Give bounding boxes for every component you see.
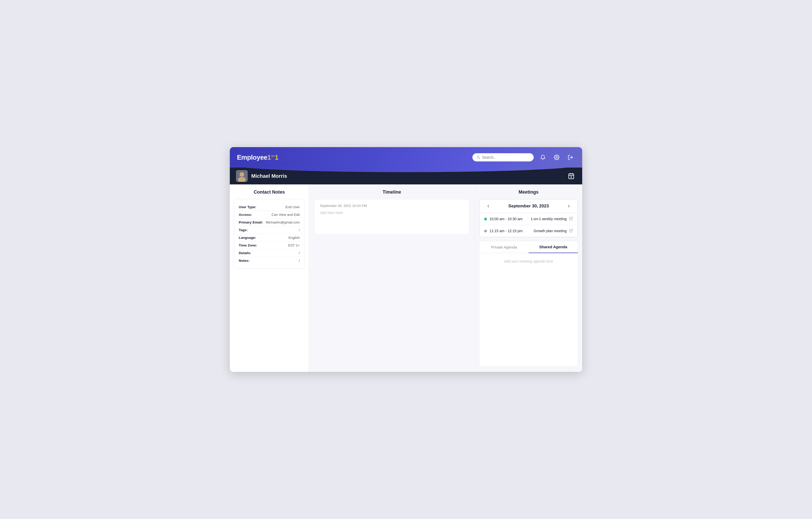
search-icon <box>476 155 480 160</box>
app-window: Employee1on1 <box>230 147 582 372</box>
meetings-column: Meetings September 30, 2023 <box>475 184 582 372</box>
search-input[interactable] <box>482 155 530 160</box>
top-nav: Employee1on1 <box>230 147 582 168</box>
agenda-card: Private Agenda Shared Agenda Add your me… <box>479 241 578 367</box>
tags-value: / <box>299 228 300 232</box>
meeting-item: 10:00 am - 10:30 am 1-on-1 weekly meetin… <box>479 213 578 225</box>
logout-icon <box>568 154 573 160</box>
edit-meeting-2-button[interactable] <box>569 229 573 233</box>
add-calendar-button[interactable] <box>567 171 576 181</box>
main-content: Contact Notes User Type: End User Access… <box>230 184 582 372</box>
tab-shared-agenda[interactable]: Shared Agenda <box>528 241 578 253</box>
access-label: Access: <box>239 213 262 217</box>
timeline-column: Timeline September 30, 2022 10:24 PM Add… <box>309 184 475 372</box>
logo-sub: on <box>271 154 274 158</box>
next-month-button[interactable] <box>565 203 573 209</box>
access-value: Can View and Edit <box>271 213 300 217</box>
nav-right <box>472 153 575 162</box>
svg-line-1 <box>479 158 480 159</box>
notes-row: Notes: / <box>239 257 300 264</box>
details-row: Details: / <box>239 249 300 257</box>
meeting-dot-green <box>484 218 487 221</box>
calendar-date-title: September 30, 2023 <box>509 204 549 209</box>
meeting-time-1: 10:00 am - 10:30 am <box>490 217 522 221</box>
language-label: Language: <box>239 236 262 239</box>
logo-highlight-1: 1 <box>267 153 271 161</box>
timeline-add-note-placeholder[interactable]: Add New Note <box>320 211 464 215</box>
primary-email-value: Michaelm@gmail.com <box>266 221 300 224</box>
search-box <box>472 153 534 162</box>
app-logo: Employee1on1 <box>237 153 278 162</box>
user-info: Michael Morris <box>236 170 287 182</box>
calendar-plus-icon <box>568 173 575 179</box>
meeting-right-2: Growth plan meeting <box>534 229 573 233</box>
meeting-right: 1-on-1 weekly meeting <box>531 217 573 221</box>
avatar <box>236 170 248 182</box>
bell-icon <box>540 154 546 160</box>
logo-text: Employee <box>237 153 267 161</box>
language-value: English <box>289 236 300 239</box>
user-type-label: User Type: <box>239 205 262 209</box>
agenda-placeholder: Add your meeting agenda here <box>504 259 553 263</box>
notes-label: Notes: <box>239 259 262 263</box>
contact-notes-card: User Type: End User Access: Can View and… <box>234 199 304 269</box>
prev-month-button[interactable] <box>484 203 492 209</box>
timeline-card[interactable]: September 30, 2022 10:24 PM Add New Note <box>314 199 470 235</box>
logo-highlight-2: 1 <box>275 153 278 161</box>
edit-meeting-1-button[interactable] <box>569 217 573 221</box>
meetings-top-section: September 30, 2023 10:00 am - 10:30 am <box>479 199 578 237</box>
gear-icon <box>554 154 559 160</box>
tags-label: Tags: <box>239 228 262 232</box>
access-row: Access: Can View and Edit <box>239 211 300 219</box>
notifications-button[interactable] <box>538 153 548 162</box>
agenda-body: Add your meeting agenda here <box>479 253 578 284</box>
details-value: / <box>299 251 300 255</box>
contact-notes-column: Contact Notes User Type: End User Access… <box>230 184 309 372</box>
pencil-icon <box>569 217 573 221</box>
meeting-left-2: 11:15 am - 12:15 pm <box>484 229 522 233</box>
contact-notes-header: Contact Notes <box>230 184 309 199</box>
agenda-tabs: Private Agenda Shared Agenda <box>479 241 578 253</box>
logout-button[interactable] <box>566 153 575 162</box>
tags-row: Tags: / <box>239 226 300 234</box>
timeline-date: September 30, 2022 10:24 PM <box>320 204 464 208</box>
meeting-title-1: 1-on-1 weekly meeting <box>531 217 567 221</box>
notes-value: / <box>299 259 300 263</box>
user-name: Michael Morris <box>251 173 287 179</box>
language-row: Language: English <box>239 234 300 241</box>
chevron-right-icon <box>567 204 571 208</box>
meeting-item: 11:15 am - 12:15 pm Growth plan meeting <box>479 225 578 237</box>
timeline-header: Timeline <box>314 184 470 199</box>
timezone-value: EST 1+ <box>288 243 300 247</box>
user-type-row: User Type: End User <box>239 203 300 211</box>
tab-private-agenda[interactable]: Private Agenda <box>479 241 528 253</box>
timezone-row: Time Zone: EST 1+ <box>239 241 300 249</box>
user-type-value: End User <box>286 205 300 209</box>
timezone-label: Time Zone: <box>239 243 262 247</box>
primary-email-row: Primary Email: Michaelm@gmail.com <box>239 219 300 226</box>
svg-rect-7 <box>569 174 574 179</box>
svg-point-5 <box>239 172 244 177</box>
meeting-dot-gray <box>484 230 487 232</box>
primary-email-label: Primary Email: <box>239 221 263 224</box>
meetings-header: Meetings <box>479 184 578 199</box>
details-label: Details: <box>239 251 262 255</box>
settings-button[interactable] <box>552 153 561 162</box>
pencil-icon-2 <box>569 229 573 232</box>
svg-point-2 <box>556 156 557 158</box>
meeting-left: 10:00 am - 10:30 am <box>484 217 522 221</box>
calendar-nav: September 30, 2023 <box>479 199 578 213</box>
avatar-image <box>236 170 248 182</box>
meeting-title-2: Growth plan meeting <box>534 229 567 233</box>
chevron-left-icon <box>486 204 490 208</box>
meeting-time-2: 11:15 am - 12:15 pm <box>490 229 522 233</box>
